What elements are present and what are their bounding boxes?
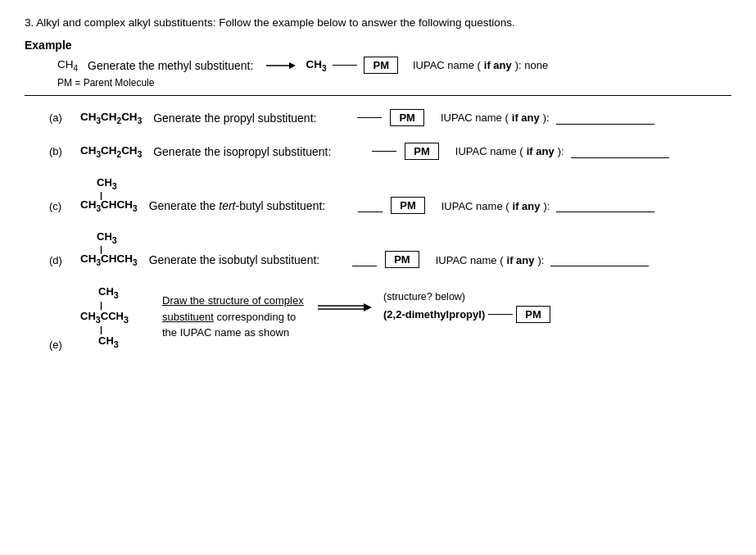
struct-d-line: | [100, 246, 102, 253]
generate-b: Generate the isopropyl substituent: [153, 145, 331, 158]
structure-note: (structure? below) [383, 291, 550, 303]
struct-e-top: CH3 [98, 284, 119, 302]
formula-b: CH3CH2CH3 [80, 144, 142, 159]
generate-a: Generate the propyl substituent: [153, 111, 316, 125]
section-a-row: (a) CH3CH2CH3 Generate the propyl substi… [49, 109, 731, 126]
struct-c-line: | [100, 192, 102, 199]
formula-a: CH3CH2CH3 [80, 111, 142, 125]
example-iupac-bold: if any [484, 59, 512, 71]
e-iupac-pm-row: (2,2-dimethylpropyl) PM [383, 306, 550, 323]
struct-e-bottom: CH3 [98, 334, 119, 351]
pm-box-a: PM [390, 109, 424, 126]
section-b-row: (b) CH3CH2CH3 Generate the isopropyl sub… [49, 143, 731, 160]
struct-e-line1: | [100, 302, 102, 309]
pm-box-b: PM [405, 143, 439, 160]
section-a: (a) CH3CH2CH3 Generate the propyl substi… [25, 109, 731, 126]
struct-e: CH3 | CH3CCH3 | CH3 [80, 284, 154, 351]
example-line-pm [333, 65, 357, 66]
label-b: (b) [49, 145, 69, 157]
struct-c: CH3 | CH3CHCH3 [80, 176, 138, 214]
example-generate-text: Generate the methyl substituent: [88, 59, 253, 72]
example-ch3: CH3 [306, 58, 326, 73]
iupac-answer-a[interactable] [556, 111, 654, 125]
label-e: (e) [49, 339, 69, 351]
iupac-d: IUPAC name (if any): [436, 253, 650, 266]
e-instruction: Draw the structure of complex substituen… [162, 293, 310, 341]
iupac-answer-b[interactable] [571, 145, 669, 158]
iupac-answer-c[interactable] [556, 199, 654, 212]
label-a: (a) [49, 111, 69, 124]
iupac-bold-c: if any [513, 200, 541, 212]
iupac-a: IUPAC name (if any): [441, 111, 654, 125]
iupac-c: IUPAC name (if any): [441, 199, 655, 212]
question-body: Alkyl and complex alkyl substituents: Fo… [36, 16, 515, 29]
section-c-row: (c) CH3 | CH3CHCH3 Generate the tert-but… [49, 176, 731, 214]
iupac-answer-d[interactable] [550, 253, 649, 266]
example-label: Example [25, 39, 731, 52]
struct-d: CH3 | CH3CHCH3 [80, 230, 138, 268]
line-to-pm-d [352, 266, 377, 267]
iupac-b: IUPAC name (if any): [455, 145, 669, 158]
line-pm-e [488, 314, 513, 316]
struct-c-branch: CH3 [97, 176, 117, 192]
struct-d-branch: CH3 [97, 230, 117, 246]
section-d: (d) CH3 | CH3CHCH3 Generate the isobutyl… [25, 230, 731, 268]
tert-italic: tert [219, 199, 235, 212]
struct-c-main: CH3CHCH3 [80, 198, 138, 214]
example-iupac: IUPAC name (if any): none [413, 59, 548, 71]
svg-marker-4 [364, 303, 372, 312]
iupac-bold-b: if any [527, 145, 555, 157]
double-arrow-svg [318, 301, 375, 314]
iupac-name-e: (2,2-dimethylpropyl) [383, 308, 485, 321]
example-pm-box: PM [364, 57, 398, 74]
pm-box-d: PM [385, 251, 419, 268]
generate-d: Generate the isobutyl substituent: [149, 253, 320, 266]
struct-e-line2: | [100, 326, 102, 334]
e-arrow-double [318, 301, 375, 314]
e-right-content: (structure? below) (2,2-dimethylpropyl) … [383, 291, 550, 323]
label-d: (d) [49, 254, 69, 266]
section-e-row: (e) CH3 | CH3CCH3 | CH3 Draw the structu… [49, 284, 731, 351]
label-c: (c) [49, 200, 69, 212]
struct-d-main: CH3CHCH3 [80, 252, 138, 268]
example-arrow [266, 60, 296, 71]
question-text: 3. Alkyl and complex alkyl substituents:… [25, 16, 731, 29]
section-divider [25, 95, 731, 96]
line-to-pm-b [372, 151, 396, 152]
iupac-bold-a: if any [512, 111, 540, 124]
line-to-pm-c [358, 212, 383, 213]
pm-box-e: PM [516, 306, 550, 323]
question-number: 3. [25, 16, 34, 29]
pm-box-c: PM [391, 197, 425, 214]
example-row: CH4 Generate the methyl substituent: CH3… [57, 57, 731, 74]
iupac-bold-d: if any [507, 254, 535, 266]
pm-equals-label: PM = Parent Molecule [57, 77, 731, 89]
section-b: (b) CH3CH2CH3 Generate the isopropyl sub… [25, 143, 731, 160]
example-section: Example CH4 Generate the methyl substitu… [25, 39, 731, 89]
generate-c: Generate the tert-butyl substituent: [149, 199, 326, 212]
section-c: (c) CH3 | CH3CHCH3 Generate the tert-but… [25, 176, 731, 214]
svg-marker-1 [289, 62, 296, 69]
example-ch4: CH4 [57, 58, 78, 73]
line-to-pm-a [357, 117, 382, 119]
struct-e-main: CH3CCH3 [80, 309, 129, 326]
section-d-row: (d) CH3 | CH3CHCH3 Generate the isobutyl… [49, 230, 731, 268]
section-e: (e) CH3 | CH3CCH3 | CH3 Draw the structu… [25, 284, 731, 351]
